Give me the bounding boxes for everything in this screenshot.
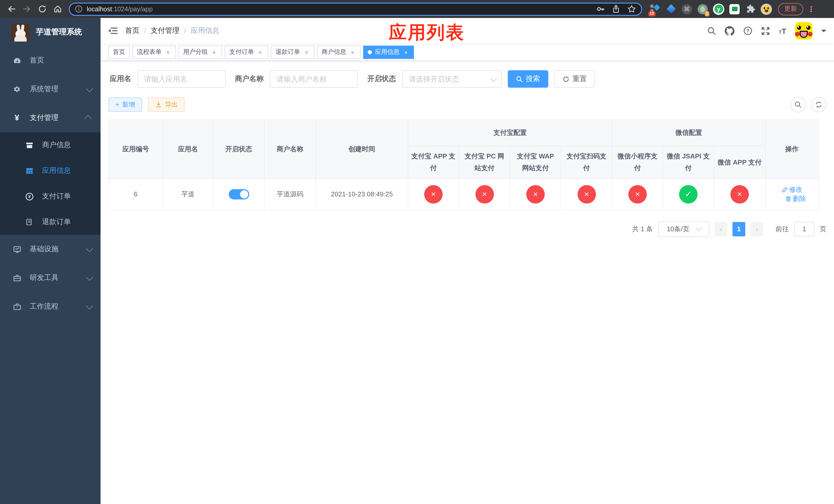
sidebar-item-home[interactable]: 首页 [0, 46, 101, 75]
url-text[interactable]: localhost:1024/pay/app [87, 5, 592, 13]
close-icon[interactable]: × [403, 49, 409, 55]
search-icon[interactable] [707, 26, 716, 35]
browser-update-button[interactable]: 更新 [778, 3, 803, 15]
extension-blocks-icon[interactable]: 10 [649, 3, 661, 15]
logo-avatar [11, 23, 30, 41]
extension-recorder-icon[interactable]: 1 [697, 3, 708, 15]
extension-badge: 10 [648, 11, 656, 16]
bookmark-star-icon[interactable] [627, 5, 636, 13]
extensions-puzzle-icon[interactable] [745, 3, 756, 15]
sidebar-item-infrastructure[interactable]: 基础设施 [0, 235, 101, 264]
user-avatar[interactable] [795, 22, 812, 40]
close-icon[interactable]: × [164, 49, 171, 55]
delete-link[interactable]: 删除 [785, 194, 806, 204]
profile-avatar-icon[interactable] [761, 3, 772, 15]
cell-app-id: 6 [109, 179, 163, 210]
sidebar-item-payment[interactable]: ¥ 支付管理 [0, 104, 101, 132]
tab-process-form[interactable]: 流程表单× [132, 45, 176, 59]
sidebar-item-app-info[interactable]: 应用信息 [0, 158, 101, 184]
cell-app-name: 芋道 [163, 179, 213, 210]
prev-page-button[interactable]: ‹ [715, 222, 727, 236]
page: localhost:1024/pay/app 10 ⌘ 1 y [0, 0, 834, 504]
extension-y-icon[interactable]: y [713, 3, 724, 15]
status-select[interactable] [402, 70, 502, 88]
chevron-down-icon [86, 245, 93, 252]
close-icon[interactable]: × [257, 49, 264, 55]
sidebar-item-system[interactable]: 系统管理 [0, 75, 101, 104]
extension-badge: 1 [704, 11, 709, 16]
tab-refund-order[interactable]: 退款订单× [271, 45, 314, 59]
sidebar-item-pay-order[interactable]: ¥ 支付订单 [0, 184, 101, 209]
app-table: 应用编号 应用名 开启状态 商户名称 创建时间 支付宝配置 微信配置 操作 支付… [108, 119, 819, 210]
add-button[interactable]: + 新增 [108, 97, 142, 112]
col-header-wechat-mini: 微信小程序支付 [612, 146, 663, 179]
group-header-wechat: 微信配置 [612, 120, 766, 146]
status-badge: × [730, 185, 749, 204]
close-icon[interactable]: × [349, 49, 356, 55]
yen-icon: ¥ [12, 113, 22, 122]
table-row: 6 芋道 芋道源码 2021-10-23 08:49:25 × × × × × [109, 179, 818, 210]
url-bar[interactable]: localhost:1024/pay/app [69, 2, 642, 16]
cell-wechat-app-status: × [714, 179, 766, 210]
reload-icon[interactable] [35, 2, 49, 16]
next-page-button[interactable]: › [750, 222, 763, 236]
user-caret-icon[interactable] [821, 29, 826, 35]
document-icon [25, 218, 34, 226]
cell-alipay-app-status: × [408, 179, 459, 210]
home-icon[interactable] [50, 2, 65, 16]
search-button[interactable]: 搜索 [508, 70, 548, 88]
sidebar-item-workflow[interactable]: 工作流程 [0, 292, 101, 321]
edit-link[interactable]: 修改 [782, 185, 803, 194]
table-toolbar: + 新增 导出 [108, 97, 826, 112]
sidebar-collapse-icon[interactable] [108, 27, 118, 35]
tab-merchant-info[interactable]: 商户信息× [317, 45, 360, 59]
breadcrumb-payment[interactable]: 支付管理 [151, 26, 179, 36]
close-icon[interactable]: × [303, 49, 310, 55]
key-icon[interactable] [596, 5, 605, 13]
refresh-icon [815, 101, 822, 108]
browser-menu-icon[interactable]: ⋮ [807, 4, 815, 14]
export-button[interactable]: 导出 [149, 97, 185, 112]
status-badge: ✓ [679, 185, 698, 204]
tab-home[interactable]: 首页 [108, 45, 130, 59]
cell-wechat-jsapi-status: ✓ [663, 179, 714, 210]
page-number-current[interactable]: 1 [732, 222, 745, 236]
sidebar-item-merchant-info[interactable]: 商户信息 [0, 132, 101, 158]
sidebar-item-dev-tools[interactable]: 研发工具 [0, 264, 101, 292]
extension-kite-icon[interactable] [665, 3, 677, 15]
info-icon[interactable] [75, 5, 83, 13]
col-header-ops: 操作 [766, 120, 818, 179]
toggle-search-button[interactable] [790, 97, 806, 112]
col-header-app-id: 应用编号 [109, 120, 163, 179]
enabled-switch[interactable] [228, 189, 249, 200]
cell-wechat-mini-status: × [612, 179, 663, 210]
font-size-icon[interactable]: TT [779, 26, 786, 35]
col-header-wechat-app: 微信 APP 支付 [714, 146, 766, 179]
chevron-down-icon [86, 85, 93, 92]
share-icon[interactable] [612, 5, 620, 13]
tab-user-group[interactable]: 用户分组× [178, 45, 222, 59]
fullscreen-icon[interactable] [762, 26, 770, 35]
page-size-select[interactable]: 10条/页 [658, 222, 709, 237]
toolbox-icon [12, 274, 22, 282]
tab-pay-order[interactable]: 支付订单× [225, 45, 268, 59]
app-logo[interactable]: 芋道管理系统 [0, 18, 101, 46]
back-icon[interactable] [4, 2, 19, 16]
breadcrumb-home[interactable]: 首页 [125, 26, 139, 36]
sidebar-item-refund-order[interactable]: 退款订单 [0, 209, 101, 235]
reset-button[interactable]: 重置 [554, 70, 595, 88]
extension-command-icon[interactable]: ⌘ [681, 3, 693, 15]
goto-page-input[interactable] [794, 222, 814, 236]
tab-app-info[interactable]: 应用信息× [363, 45, 414, 59]
breadcrumb-current: 应用信息 [191, 26, 220, 36]
status-select-input[interactable] [402, 70, 502, 88]
forward-icon[interactable] [20, 2, 34, 16]
refresh-table-button[interactable] [811, 97, 826, 112]
merchant-name-input[interactable] [270, 70, 358, 88]
status-badge: × [526, 185, 545, 204]
extension-chat-icon[interactable] [729, 3, 740, 15]
app-name-input[interactable] [137, 70, 226, 88]
close-icon[interactable]: × [211, 49, 218, 55]
help-icon[interactable]: ? [744, 26, 753, 36]
github-icon[interactable] [725, 26, 735, 36]
